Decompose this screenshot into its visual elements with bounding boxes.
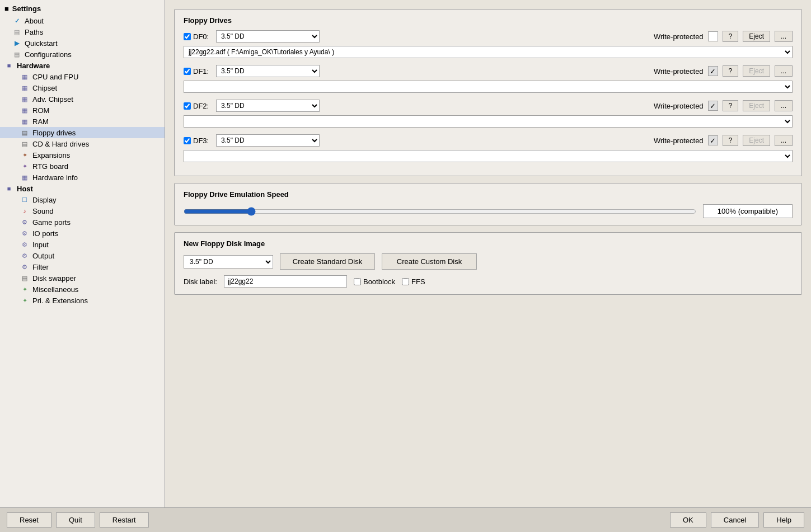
- sidebar-item-cd-hard-drives[interactable]: ▤CD & Hard drives: [0, 138, 165, 149]
- help-button[interactable]: Help: [763, 512, 804, 528]
- sidebar-item-game-ports[interactable]: ⚙Game ports: [0, 216, 165, 228]
- df3-path-row: [184, 150, 793, 162]
- df1-checkbox[interactable]: [184, 68, 191, 75]
- sidebar-item-configurations[interactable]: ▤Configurations: [0, 49, 165, 60]
- df3-wp-checkbox[interactable]: ✓: [708, 135, 718, 145]
- df2-help-button[interactable]: ?: [723, 100, 739, 111]
- sidebar-item-cpu-fpu[interactable]: ▦CPU and FPU: [0, 71, 165, 82]
- sound-icon: ♪: [20, 206, 29, 215]
- df2-wp-checkbox[interactable]: ✓: [708, 101, 718, 111]
- configurations-icon: ▤: [12, 50, 21, 59]
- io-ports-label: IO ports: [32, 229, 58, 238]
- disk-type-select[interactable]: 3.5" DD 3.5" HD 5.25" SD 5.25" DD: [184, 255, 273, 269]
- df3-path-select[interactable]: [184, 150, 793, 162]
- sidebar-item-input[interactable]: ⚙Input: [0, 239, 165, 250]
- df3-more-button[interactable]: ...: [775, 135, 793, 146]
- df0-checkbox[interactable]: [184, 33, 191, 40]
- sidebar-item-rtg-board[interactable]: ✦RTG board: [0, 161, 165, 172]
- restart-button[interactable]: Restart: [100, 512, 149, 528]
- df2-checkbox[interactable]: [184, 102, 191, 110]
- disk-label-input[interactable]: [224, 275, 347, 288]
- new-disk-section: New Floppy Disk Image 3.5" DD 3.5" HD 5.…: [174, 232, 802, 295]
- quit-button[interactable]: Quit: [56, 512, 95, 528]
- host-icon: ■: [4, 184, 13, 193]
- content-area: Floppy Drives DF0:3.5" DD3.5" HD5.25" SD…: [165, 0, 811, 507]
- df1-path-select[interactable]: [184, 81, 793, 93]
- input-label: Input: [32, 241, 49, 249]
- ram-label: RAM: [32, 117, 49, 126]
- sidebar-item-quickstart[interactable]: ▶Quickstart: [0, 37, 165, 49]
- sidebar-item-display[interactable]: ☐Display: [0, 194, 165, 205]
- df0-help-button[interactable]: ?: [723, 31, 739, 42]
- sidebar-item-host[interactable]: ■Host: [0, 183, 165, 194]
- df0-type-select[interactable]: 3.5" DD3.5" HD5.25" SD5.25" DD: [216, 30, 320, 43]
- display-icon: ☐: [20, 195, 29, 204]
- df3-checkbox[interactable]: [184, 137, 191, 144]
- sidebar-item-output[interactable]: ⚙Output: [0, 250, 165, 261]
- input-icon: ⚙: [20, 240, 29, 249]
- speed-slider-row: 100% (compatible): [184, 204, 793, 218]
- expansions-label: Expansions: [32, 151, 70, 159]
- cancel-button[interactable]: Cancel: [711, 512, 759, 528]
- df1-type-select[interactable]: 3.5" DD3.5" HD5.25" SD5.25" DD: [216, 65, 320, 77]
- sidebar-item-sound[interactable]: ♪Sound: [0, 205, 165, 216]
- ok-button[interactable]: OK: [670, 512, 706, 528]
- df1-help-button[interactable]: ?: [723, 65, 739, 77]
- df3-label: DF3:: [193, 136, 209, 145]
- df3-wp-label: Write-protected: [654, 136, 704, 145]
- df0-wp-checkbox[interactable]: [708, 31, 718, 41]
- bootblock-label: Bootblock: [363, 277, 395, 286]
- rtg-board-icon: ✦: [20, 162, 29, 171]
- sidebar-item-adv-chipset[interactable]: ▦Adv. Chipset: [0, 93, 165, 105]
- df2-more-button[interactable]: ...: [775, 100, 793, 111]
- df2-type-select[interactable]: 3.5" DD3.5" HD5.25" SD5.25" DD: [216, 100, 320, 112]
- df1-eject-button[interactable]: Eject: [743, 65, 770, 77]
- disk-label-text: Disk label:: [184, 277, 217, 286]
- sidebar-item-io-ports[interactable]: ⚙IO ports: [0, 228, 165, 239]
- sidebar-item-expansions[interactable]: ✦Expansions: [0, 149, 165, 161]
- speed-slider[interactable]: [184, 207, 696, 216]
- ffs-checkbox[interactable]: [402, 278, 409, 285]
- df0-label: DF0:: [193, 32, 209, 41]
- filter-icon: ⚙: [20, 262, 29, 271]
- quickstart-icon: ▶: [12, 39, 21, 48]
- bottom-bar: Reset Quit Restart OK Cancel Help: [0, 507, 811, 532]
- sound-label: Sound: [32, 207, 54, 215]
- quickstart-label: Quickstart: [25, 39, 58, 48]
- sidebar-item-disk-swapper[interactable]: ▤Disk swapper: [0, 272, 165, 284]
- sidebar-item-about[interactable]: ✓About: [0, 15, 165, 26]
- paths-label: Paths: [25, 28, 43, 36]
- ram-icon: ▦: [20, 117, 29, 126]
- df1-wp-checkbox[interactable]: ✓: [708, 66, 718, 76]
- reset-button[interactable]: Reset: [7, 512, 51, 528]
- create-custom-button[interactable]: Create Custom Disk: [382, 253, 477, 270]
- df3-help-button[interactable]: ?: [723, 135, 739, 146]
- filter-label: Filter: [32, 263, 49, 271]
- sidebar-item-filter[interactable]: ⚙Filter: [0, 261, 165, 272]
- disk-swapper-icon: ▤: [20, 274, 29, 283]
- sidebar-item-rom[interactable]: ▦ROM: [0, 105, 165, 116]
- df2-label: DF2:: [193, 102, 209, 110]
- df0-eject-button[interactable]: Eject: [743, 31, 770, 42]
- sidebar-item-paths[interactable]: ▤Paths: [0, 26, 165, 37]
- sidebar: ■ Settings ✓About▤Paths▶Quickstart▤Confi…: [0, 0, 165, 507]
- df0-more-button[interactable]: ...: [775, 31, 793, 42]
- sidebar-item-floppy-drives[interactable]: ▤Floppy drives: [0, 127, 165, 138]
- df2-path-select[interactable]: [184, 115, 793, 128]
- sidebar-item-ram[interactable]: ▦RAM: [0, 116, 165, 127]
- sidebar-item-hardware-info[interactable]: ▦Hardware info: [0, 172, 165, 183]
- sidebar-item-chipset[interactable]: ▦Chipset: [0, 82, 165, 93]
- sidebar-item-hardware[interactable]: ■Hardware: [0, 60, 165, 71]
- floppy-drives-title: Floppy Drives: [184, 16, 793, 25]
- df2-label-group: DF2:: [184, 102, 212, 110]
- bootblock-checkbox[interactable]: [354, 278, 361, 285]
- df0-label-group: DF0:: [184, 32, 212, 41]
- df3-type-select[interactable]: 3.5" DD3.5" HD5.25" SD5.25" DD: [216, 134, 320, 147]
- df2-eject-button[interactable]: Eject: [743, 100, 770, 111]
- create-standard-button[interactable]: Create Standard Disk: [280, 253, 375, 270]
- sidebar-item-pri-extensions[interactable]: ✦Pri. & Extensions: [0, 295, 165, 306]
- df3-eject-button[interactable]: Eject: [743, 135, 770, 146]
- df0-path-select[interactable]: jj22gg22.adf ( F:\Amiga_OK\Tutoriales y …: [184, 46, 793, 58]
- df1-more-button[interactable]: ...: [775, 65, 793, 77]
- sidebar-item-miscellaneous[interactable]: ✦Miscellaneous: [0, 284, 165, 295]
